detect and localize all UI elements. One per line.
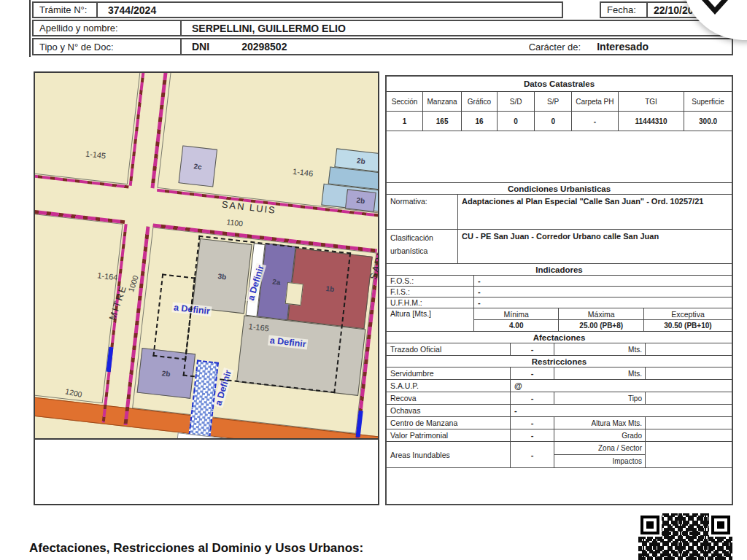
catastral-title: Datos Catastrales xyxy=(387,77,732,92)
data-panel: Datos Catastrales SecciónManzanaGráficoS… xyxy=(385,75,733,505)
altura-col-header: Máxima xyxy=(559,308,643,319)
restriccion-empty xyxy=(646,429,732,441)
map-parcel-label: 2b xyxy=(356,196,365,205)
catastral-col-header: S/P xyxy=(535,92,572,111)
map-parcel-label: 2b xyxy=(357,156,366,165)
catastral-value: 165 xyxy=(423,112,462,131)
catastral-col-header: Superficie xyxy=(684,92,732,111)
clasificacion-label: Clasificación urbanística xyxy=(387,230,458,263)
qr-code xyxy=(638,513,732,560)
restriccion-label: Ochavas xyxy=(387,405,511,416)
catastral-col-header: Manzana xyxy=(423,92,462,111)
restriccion-label: Centro de Manzana xyxy=(387,417,511,429)
restriccion-wide-value: @ xyxy=(511,380,732,392)
restricciones-title: Restricciones xyxy=(387,356,732,368)
catastral-value: 300.0 xyxy=(684,112,732,131)
map-label: 1000 xyxy=(126,274,140,293)
restriccion-unit-stack: Zona / SectorImpactos xyxy=(554,442,646,467)
documento-row: Tipo y N° de Doc: DNI 20298502 Carácter … xyxy=(32,38,733,55)
restriccion-row: Servidumbre-Mts. xyxy=(387,368,732,380)
caracter-value: Interesado xyxy=(587,41,659,52)
apellido-row: Apellido y nombre: SERPELLINI, GUILLERMO… xyxy=(32,20,733,36)
catastral-col-header: Sección xyxy=(387,92,423,111)
clasificacion-row: Clasificación urbanística CU - PE San Ju… xyxy=(387,230,732,264)
restriccion-unit: Tipo xyxy=(554,392,646,404)
restriccion-unit: Mts. xyxy=(554,368,646,379)
indicador-value: - xyxy=(474,276,732,286)
restriccion-row: S.A.U.P.@ xyxy=(387,380,732,392)
restriccion-dash: - xyxy=(511,368,554,379)
indicadores-title: Indicadores xyxy=(387,264,732,276)
afectaciones-title: Afectaciones xyxy=(387,332,732,343)
restriccion-unit: Grado xyxy=(554,429,646,441)
restriccion-label: S.A.U.P. xyxy=(387,380,511,392)
chevron-down-icon[interactable] xyxy=(699,0,731,16)
restriccion-unit: Altura Max Mts. xyxy=(554,417,646,429)
map-viewport[interactable]: 2c2b2b2b3b2a3b2a1b2b2b3b2b3b2a3b3b2b3b2b… xyxy=(35,73,378,440)
restriccion-empty xyxy=(646,368,732,379)
tramite-row: Trámite N°: 3744/2024 xyxy=(32,1,563,18)
indicador-label: F.I.S.: xyxy=(387,287,474,297)
street-label: SARMIENTO xyxy=(368,211,378,281)
doc-type: DNI xyxy=(182,41,209,52)
normativa-row: Normativa: Adaptaciones al Plan Especial… xyxy=(387,195,732,230)
restriccion-dash: - xyxy=(511,343,554,355)
catastral-header-row: SecciónManzanaGráficoS/DS/PCarpeta PHTGI… xyxy=(387,92,732,112)
indicador-row: F.I.S.:- xyxy=(387,287,732,298)
restriccion-row: Ochavas- xyxy=(387,405,732,417)
restriccion-row: Valor Patrimonial-Grado xyxy=(387,429,732,442)
indicador-value: - xyxy=(474,298,732,308)
catastral-col-header: TGI xyxy=(619,92,684,111)
catastral-value: 1 xyxy=(387,112,423,131)
map-parcel: 2c xyxy=(178,145,217,187)
restriccion-empty xyxy=(646,442,732,467)
restriccion-empty xyxy=(646,417,732,429)
indicador-label: F.O.S.: xyxy=(387,276,474,286)
restriccion-label: Valor Patrimonial xyxy=(387,429,511,441)
apellido-value: SERPELLINI, GUILLERMO ELIO xyxy=(182,23,356,34)
condiciones-title: Condiciones Urbanisticas xyxy=(387,182,732,195)
altura-value: 25.00 (PB+8) xyxy=(559,320,643,331)
restriccion-label: Recova xyxy=(387,392,511,404)
restriccion-dash: - xyxy=(511,417,554,429)
doc-number: 20298502 xyxy=(209,41,297,52)
altura-value: 4.00 xyxy=(474,320,559,331)
restriccion-label: Servidumbre xyxy=(387,368,511,379)
restriccion-wide-value: - xyxy=(511,405,732,416)
restriccion-dash: - xyxy=(511,442,554,467)
catastral-value-row: 11651600-11444310300.0 xyxy=(387,112,732,131)
restriccion-row-areas: Areas Inundables-Zona / SectorImpactos xyxy=(387,442,732,468)
map-parcel-label: 2c xyxy=(193,162,202,171)
indicador-value: - xyxy=(474,287,732,297)
catastral-value: - xyxy=(572,112,619,131)
clasificacion-value: CU - PE San Juan - Corredor Urbano calle… xyxy=(458,230,732,263)
altura-label: Altura [Mts.] xyxy=(387,308,474,331)
doc-label: Tipo y N° de Doc: xyxy=(34,39,182,54)
restriccion-unit: Impactos xyxy=(554,455,645,467)
map-panel: 2c2b2b2b3b2a3b2a1b2b2b3b2b3b2a3b3b2b3b2b… xyxy=(34,71,379,505)
altura-col-header: Exceptiva xyxy=(644,308,732,319)
normativa-value: Adaptaciones al Plan Especial "Calle San… xyxy=(458,195,732,229)
scan-edge xyxy=(29,0,31,57)
catastral-col-header: S/D xyxy=(498,92,535,111)
map-canvas: 2c2b2b2b3b2a3b2a1b2b2b3b2b3b2a3b3b2b3b2b… xyxy=(35,73,378,440)
apellido-label: Apellido y nombre: xyxy=(34,21,182,35)
restriccion-row: Recova-Tipo xyxy=(387,392,732,405)
restriccion-unit: Zona / Sector xyxy=(554,442,645,455)
catastral-value: 0 xyxy=(535,112,572,131)
restriccion-row: Centro de Manzana-Altura Max Mts. xyxy=(387,417,732,429)
caracter-label: Carácter de: xyxy=(523,39,587,54)
tramite-value: 3744/2024 xyxy=(98,4,166,16)
altura-row: Altura [Mts.] MínimaMáximaExceptiva 4.00… xyxy=(387,308,732,332)
catastral-value: 16 xyxy=(462,112,498,131)
indicador-row: F.O.S.:- xyxy=(387,276,732,287)
catastral-col-header: Gráfico xyxy=(462,92,498,111)
restriccion-unit: Mts. xyxy=(554,343,646,355)
altura-value: 30.50 (PB+10) xyxy=(644,320,732,331)
restriccion-empty xyxy=(646,392,732,404)
catastral-col-header: Carpeta PH xyxy=(572,92,619,111)
map-parcel-label: 2b xyxy=(161,369,171,378)
restriccion-dash: - xyxy=(511,429,554,441)
catastral-value: 0 xyxy=(498,112,535,131)
footer-title: Afectaciones, Restricciones al Dominio y… xyxy=(29,541,363,556)
